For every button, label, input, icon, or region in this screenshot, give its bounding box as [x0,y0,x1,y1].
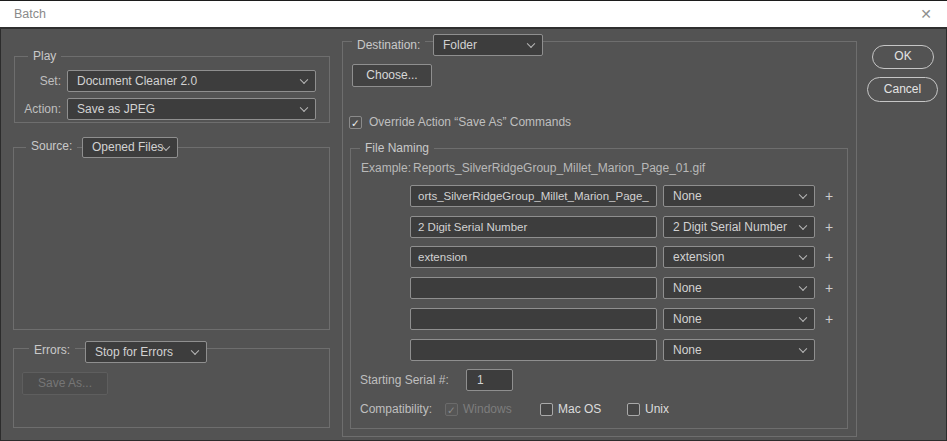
override-label: Override Action “Save As” Commands [369,115,571,129]
filename-dropdown-1[interactable]: None [663,185,815,207]
action-dropdown[interactable]: Save as JPEG [67,98,316,120]
add-field-button[interactable]: + [822,249,836,265]
filename-dropdown-6-value: None [673,343,702,357]
titlebar: Batch ✕ [0,0,947,29]
close-icon[interactable]: ✕ [913,1,939,28]
compat-unix-checkbox[interactable] [627,403,640,416]
filename-field-6[interactable] [410,339,657,361]
chevron-down-icon [799,313,807,321]
compat-windows-checkbox[interactable]: ✓ [445,403,458,416]
chevron-down-icon [300,103,308,111]
add-field-button[interactable]: + [822,188,836,204]
override-checkbox[interactable]: ✓ [349,116,362,129]
errors-dropdown[interactable]: Stop for Errors [85,341,207,363]
filename-field-2[interactable]: 2 Digit Serial Number [410,216,657,238]
chevron-down-icon [799,344,807,352]
filename-dropdown-2[interactable]: 2 Digit Serial Number [663,216,815,238]
source-dropdown[interactable]: Opened Files [82,137,178,158]
choose-button[interactable]: Choose... [352,64,432,87]
filename-dropdown-5-value: None [673,312,702,326]
compat-windows-label: Windows [463,402,512,416]
filename-dropdown-2-value: 2 Digit Serial Number [673,220,787,234]
save-as-button[interactable]: Save As... [22,372,108,395]
check-icon: ✓ [351,117,360,129]
errors-label: Errors: [29,343,75,358]
destination-dropdown-value: Folder [443,38,477,52]
filename-field-4[interactable] [410,277,657,299]
compat-unix-label: Unix [645,402,669,416]
chevron-down-icon [799,221,807,229]
action-label: Action: [14,102,61,116]
source-label: Source: [26,139,77,154]
dialog-title: Batch [14,1,46,28]
filename-field-3[interactable]: extension [410,246,657,268]
check-icon: ✓ [447,404,456,416]
source-group [13,147,330,330]
destination-dropdown[interactable]: Folder [433,34,543,56]
filename-dropdown-1-value: None [673,189,702,203]
filename-dropdown-4[interactable]: None [663,277,815,299]
filename-dropdown-4-value: None [673,281,702,295]
chevron-down-icon [799,190,807,198]
add-field-button[interactable]: + [822,280,836,296]
filename-dropdown-6[interactable]: None [663,339,815,361]
action-dropdown-value: Save as JPEG [77,102,155,116]
example-label: Example: [361,161,411,175]
set-dropdown-value: Document Cleaner 2.0 [77,74,197,88]
source-dropdown-value: Opened Files [92,140,163,154]
set-label: Set: [14,74,61,88]
filename-dropdown-3-value: extension [673,250,724,264]
set-dropdown[interactable]: Document Cleaner 2.0 [67,70,316,92]
file-naming-legend: File Naming [360,141,434,156]
destination-label: Destination: [352,38,425,53]
cancel-button[interactable]: Cancel [867,77,938,102]
chevron-down-icon [799,251,807,259]
example-line: Example: Reports_SilverRidgeGroup_Millet… [361,161,705,175]
batch-dialog: Batch ✕ Play Set: Document Cleaner 2.0 A… [0,0,947,441]
add-field-button[interactable]: + [822,311,836,327]
filename-field-1[interactable]: orts_SilverRidgeGroup_Millet_Marion_Page… [410,185,657,207]
compat-macos-label: Mac OS [558,402,601,416]
add-field-button[interactable]: + [822,219,836,235]
chevron-down-icon [799,282,807,290]
example-value: Reports_SilverRidgeGroup_Millet_Marion_P… [413,161,705,175]
compat-macos-checkbox[interactable] [540,403,553,416]
filename-dropdown-3[interactable]: extension [663,246,815,268]
play-group-legend: Play [28,49,61,64]
ok-button[interactable]: OK [872,45,934,69]
compatibility-label: Compatibility: [360,402,432,416]
chevron-down-icon [300,75,308,83]
errors-dropdown-value: Stop for Errors [95,345,173,359]
starting-serial-label: Starting Serial #: [360,373,449,387]
starting-serial-input[interactable]: 1 [466,369,513,391]
chevron-down-icon [527,39,535,47]
filename-dropdown-5[interactable]: None [663,308,815,330]
filename-field-5[interactable] [410,308,657,330]
chevron-down-icon [191,346,199,354]
